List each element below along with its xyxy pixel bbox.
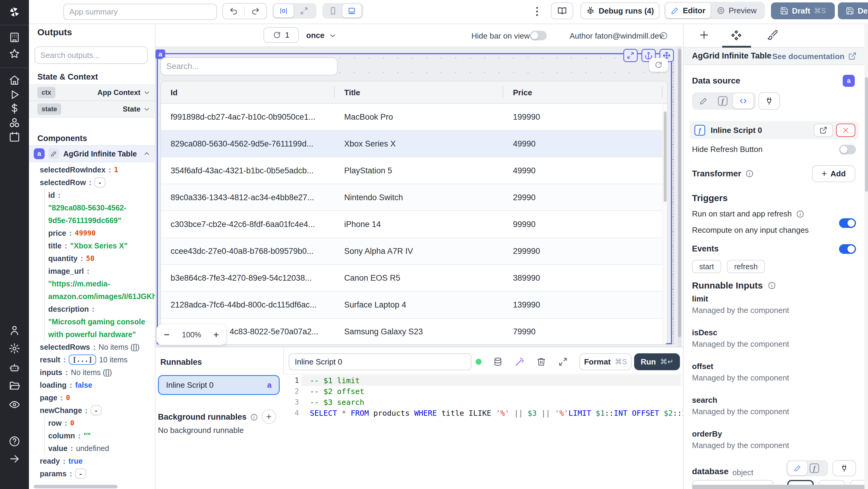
connect-plug-button[interactable] (758, 92, 780, 110)
open-script-external-button[interactable] (814, 124, 833, 137)
tab-editor[interactable]: Editor (665, 3, 711, 18)
output-prop[interactable]: 9d5e-7611199dc669" (48, 214, 121, 227)
app-summary-input[interactable] (63, 4, 217, 20)
add-background-runnable-button[interactable]: + (261, 409, 276, 424)
code-line[interactable]: 1-- $1 limit (283, 375, 683, 386)
output-prop[interactable]: with powerful hardware" (48, 328, 136, 341)
schedules-calendar-icon[interactable] (8, 131, 21, 143)
delete-trash-icon[interactable] (536, 357, 546, 367)
users-icon[interactable] (8, 325, 21, 336)
code-line[interactable]: 4SELECT * FROM products WHERE title ILIK… (283, 407, 683, 419)
outputs-hscrollbar[interactable] (34, 485, 118, 488)
collapse-arrow-icon[interactable] (8, 453, 21, 465)
external-link-icon[interactable] (848, 52, 857, 60)
sql-code-editor[interactable]: 1-- $1 limit2-- $2 offset3-- $3 search4S… (283, 374, 683, 489)
full-width-layout-button[interactable] (293, 7, 315, 15)
home-icon[interactable] (8, 74, 21, 86)
ai-wand-icon[interactable] (515, 357, 524, 367)
output-prop[interactable]: selectedRows:No items ([]) (40, 341, 140, 353)
audit-eye-icon[interactable] (8, 399, 21, 410)
runs-play-icon[interactable] (8, 89, 21, 101)
refresh-count-button[interactable]: 1 (264, 27, 299, 43)
insert-component-plus-tab[interactable] (698, 29, 710, 41)
code-mode-icon-selected[interactable] (733, 93, 753, 109)
output-prop[interactable]: selectedRowIndex:1 (40, 163, 118, 176)
database-plug-button[interactable] (832, 460, 856, 476)
output-prop[interactable]: newChange:- (40, 404, 101, 417)
output-prop[interactable]: "Microsoft gaming console (48, 315, 145, 328)
code-line[interactable]: 2-- $2 offset (283, 386, 683, 397)
table-row[interactable]: 354f6afd-43ac-4321-b1bc-0b5e5adcb...Play… (161, 157, 664, 184)
code-line[interactable]: 3-- $3 search (283, 397, 683, 407)
zoom-in-button[interactable]: + (213, 330, 219, 340)
recompute-toggle[interactable] (839, 244, 856, 254)
resources-cubes-icon[interactable] (8, 117, 21, 129)
output-prop[interactable]: ready:true (40, 455, 83, 467)
table-refresh-button[interactable] (649, 58, 668, 72)
table-row[interactable]: 4c83-8022-5e70a07a2...Samsung Galaxy S23… (161, 319, 664, 345)
edit-component-pencil-icon[interactable] (48, 148, 59, 159)
column-header-id[interactable]: Id (170, 88, 178, 97)
mobile-view-button[interactable] (324, 7, 342, 15)
ctx-row[interactable]: ctx App Context (29, 84, 156, 101)
remove-script-button[interactable] (836, 124, 855, 137)
table-row[interactable]: 829ca080-5630-4562-9d5e-7611199d...Xbox … (161, 130, 664, 157)
settings-vscrollbar[interactable] (864, 24, 868, 489)
output-prop[interactable]: inputs:No items ([]) (40, 366, 112, 379)
format-button[interactable]: Format⌘S (579, 353, 632, 370)
hide-refresh-toggle[interactable] (839, 145, 856, 154)
windmill-logo-icon[interactable] (8, 6, 21, 18)
tab-preview[interactable]: Preview (711, 6, 763, 16)
add-transformer-button[interactable]: +Add (812, 165, 855, 182)
table-row[interactable]: 89c0a336-1343-4812-ac34-e4bb8e27...Ninte… (161, 184, 664, 211)
docs-book-button[interactable] (551, 2, 573, 19)
expand-editor-icon[interactable] (558, 357, 568, 367)
output-prop[interactable]: "https://m.media- (48, 277, 110, 290)
state-row[interactable]: state State (29, 101, 156, 118)
table-row[interactable]: b3e864c8-7fe3-4270-89e9-54c12038...Canon… (161, 265, 664, 292)
info-icon[interactable] (659, 31, 668, 40)
event-chip-refresh[interactable]: refresh (727, 260, 765, 273)
column-header-title[interactable]: Title (344, 88, 360, 97)
zoom-out-button[interactable]: − (164, 329, 170, 340)
output-prop[interactable]: loading:false (40, 379, 92, 391)
table-row[interactable]: c303bce7-cb2e-42c6-8fdf-6aa01fc4e4...iPh… (161, 211, 664, 238)
table-search-input[interactable] (160, 57, 338, 75)
component-row-aggrid[interactable]: a AgGrid Infinite Table (29, 145, 156, 162)
chevron-up-icon[interactable] (143, 150, 151, 158)
workspace-icon[interactable] (8, 31, 21, 43)
output-prop[interactable]: page:0 (40, 391, 70, 404)
search-outputs-input[interactable] (34, 47, 148, 64)
output-prop[interactable]: image_url: (48, 265, 89, 277)
output-prop[interactable]: column:"" (48, 429, 91, 442)
desktop-view-button[interactable] (342, 4, 361, 18)
output-prop[interactable]: value:undefined (48, 442, 109, 455)
center-layout-button[interactable] (274, 4, 293, 18)
frequency-dropdown[interactable]: once (306, 31, 337, 40)
table-vscrollbar[interactable] (662, 104, 667, 345)
expand-component-button[interactable] (623, 49, 638, 62)
column-header-price[interactable]: Price (513, 88, 532, 97)
output-prop[interactable]: price:49990 (48, 227, 96, 239)
output-prop[interactable]: selectedRow:- (40, 176, 105, 189)
output-prop[interactable]: title:"Xbox Series X" (48, 239, 127, 252)
run-button[interactable]: Run⌘↵ (634, 353, 680, 370)
output-prop[interactable]: params:- (40, 467, 86, 480)
event-chip-start[interactable]: start (692, 260, 721, 273)
output-prop[interactable]: row:0 (48, 417, 74, 429)
output-prop[interactable]: result:[...]10 items (40, 353, 127, 366)
output-prop[interactable]: quantity:50 (48, 252, 94, 265)
styling-brush-tab[interactable] (767, 29, 779, 40)
template-f-icon[interactable]: f (718, 96, 727, 106)
draft-button[interactable]: Draft⌘S (771, 2, 835, 19)
help-icon[interactable] (8, 435, 21, 448)
table-row[interactable]: ccee43dc-27e0-40a8-b768-b09579b0...Sony … (161, 238, 664, 265)
table-row[interactable]: f991898d-cb27-4ac7-b10c-0b9050ce1...MacB… (161, 104, 664, 130)
output-prop[interactable]: "829ca080-5630-4562- (48, 202, 126, 214)
static-pencil-icon[interactable] (694, 97, 712, 105)
hide-bar-toggle[interactable] (530, 31, 547, 40)
settings-gear-icon[interactable] (8, 342, 21, 355)
canvas-vscrollbar[interactable] (678, 47, 682, 347)
table-row[interactable]: 2128adca-7fc6-44bd-800c-dc115df6ac...Sur… (161, 292, 664, 319)
output-prop[interactable]: amazon.com/images/I/61JGKhc (48, 290, 156, 303)
